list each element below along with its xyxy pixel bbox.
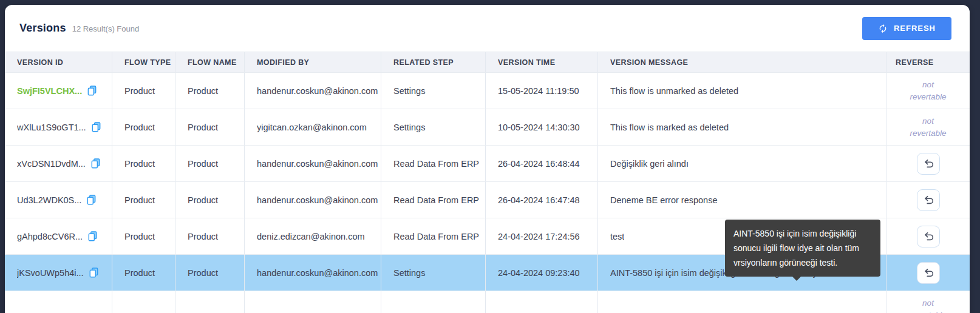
related-step-cell: Read Data From ERP: [381, 146, 486, 181]
version-time-cell: 10-05-2024 14:30:30: [486, 109, 598, 145]
flow-type-cell: [112, 291, 175, 313]
flow-type-cell: Product: [112, 109, 175, 145]
modified-by-cell: handenur.coskun@akinon.com: [245, 182, 381, 218]
flow-name-cell: Product: [175, 73, 245, 109]
version-id-cell: SwjFI5VLCHX...: [5, 73, 112, 109]
not-revertable-label: not revertable: [904, 115, 953, 139]
column-header-flow-type: FLOW TYPE: [112, 52, 175, 72]
copy-icon[interactable]: [88, 231, 97, 241]
version-message-cell: This flow is unmarked as deleted: [610, 86, 738, 96]
copy-icon[interactable]: [91, 158, 100, 169]
panel-header: Versions 12 Result(s) Found REFRESH: [5, 5, 970, 52]
version-id-link[interactable]: wXlLu1S9oGT1...: [17, 123, 86, 132]
reverse-cell: not revertable: [886, 73, 970, 109]
flow-name-cell: Product: [175, 182, 245, 218]
related-step-cell: Read Data From ERP: [381, 218, 486, 254]
flow-name-cell: Product: [175, 109, 245, 145]
modified-by-cell: handenur.coskun@akinon.com: [245, 146, 381, 181]
version-id-link[interactable]: gAhpd8cCV6R...: [17, 232, 83, 241]
version-id-cell: [5, 291, 112, 313]
version-message-cell: Deneme BE error response: [610, 195, 718, 205]
copy-icon[interactable]: [87, 86, 97, 96]
column-header-version-message: VERSION MESSAGE: [598, 52, 886, 72]
related-step-cell: Settings: [381, 109, 486, 145]
undo-arrow-icon: [922, 268, 934, 277]
reverse-cell: [886, 218, 970, 254]
version-time-cell: 26-04-2024 16:48:44: [486, 146, 598, 181]
column-header-version-time: VERSION TIME: [486, 52, 598, 72]
column-header-reverse: REVERSE: [886, 52, 970, 72]
flow-type-cell: Product: [112, 218, 175, 254]
title-group: Versions 12 Result(s) Found: [19, 22, 139, 35]
undo-arrow-icon: [922, 159, 934, 168]
refresh-button[interactable]: REFRESH: [862, 17, 951, 40]
version-time-cell: [486, 291, 598, 313]
column-header-modified-by: MODIFIED BY: [245, 52, 381, 72]
reverse-cell: [886, 255, 970, 291]
reverse-button[interactable]: [917, 153, 940, 175]
flow-type-cell: Product: [112, 73, 175, 109]
version-id-link[interactable]: xVcDSN1DvdM...: [17, 159, 86, 169]
flow-name-cell: Product: [175, 218, 245, 254]
tooltip-text: AINT-5850 işi için isim değişikliği sonu…: [733, 229, 859, 268]
modified-by-cell: deniz.edizcan@akinon.com: [245, 218, 381, 254]
version-time-cell: 24-04-2024 17:24:56: [486, 218, 598, 254]
version-id-link[interactable]: SwjFI5VLCHX...: [17, 86, 82, 96]
not-revertable-label: not revertable: [904, 297, 953, 313]
flow-name-cell: [175, 291, 245, 313]
reverse-cell: not revertable: [886, 291, 970, 313]
copy-icon[interactable]: [89, 268, 98, 278]
modified-by-cell: [245, 291, 381, 313]
reverse-button[interactable]: [917, 262, 940, 284]
reverse-cell: [886, 182, 970, 218]
flow-type-cell: Product: [112, 255, 175, 291]
table-header-row: VERSION ID FLOW TYPE FLOW NAME MODIFIED …: [5, 52, 970, 73]
flow-type-cell: Product: [112, 182, 175, 218]
modified-by-cell: handenur.coskun@akinon.com: [245, 255, 381, 291]
undo-arrow-icon: [922, 232, 934, 241]
version-id-cell: xVcDSN1DvdM...: [5, 146, 112, 181]
flow-name-cell: Product: [175, 255, 245, 291]
version-message-cell: Değişiklik geri alındı: [610, 159, 689, 169]
table-row[interactable]: wXlLu1S9oGT1... Product Product yigitcan…: [5, 109, 970, 146]
table-row[interactable]: not revertable: [5, 291, 970, 313]
table-row[interactable]: xVcDSN1DvdM... Product Product handenur.…: [5, 146, 970, 182]
not-revertable-label: not revertable: [904, 79, 953, 103]
version-id-cell: Ud3L2WDK0S...: [5, 182, 112, 218]
version-id-cell: gAhpd8cCV6R...: [5, 218, 112, 254]
table-row[interactable]: SwjFI5VLCHX... Product Product handenur.…: [5, 73, 970, 109]
page-title: Versions: [19, 22, 66, 35]
modified-by-cell: handenur.coskun@akinon.com: [245, 73, 381, 109]
modified-by-cell: yigitcan.ozkan@akinon.com: [245, 109, 381, 145]
tooltip-arrow-icon: [792, 276, 801, 281]
reverse-button[interactable]: [917, 226, 940, 247]
column-header-related-step: RELATED STEP: [381, 52, 486, 72]
column-header-version-id: VERSION ID: [5, 52, 112, 72]
version-id-link[interactable]: jKSvoUWp5h4i...: [17, 268, 84, 278]
version-message-cell: test: [610, 232, 624, 241]
related-step-cell: Read Data From ERP: [381, 182, 486, 218]
related-step-cell: [381, 291, 486, 313]
table-body: SwjFI5VLCHX... Product Product handenur.…: [5, 73, 970, 313]
table-row[interactable]: Ud3L2WDK0S... Product Product handenur.c…: [5, 182, 970, 218]
column-header-flow-name: FLOW NAME: [175, 52, 245, 72]
undo-arrow-icon: [922, 195, 934, 204]
refresh-button-label: REFRESH: [894, 24, 936, 33]
results-count: 12 Result(s) Found: [72, 24, 140, 33]
version-message-tooltip: AINT-5850 işi için isim değişikliği sonu…: [725, 220, 880, 277]
related-step-cell: Settings: [381, 255, 486, 291]
related-step-cell: Settings: [381, 73, 486, 109]
version-time-cell: 15-05-2024 11:19:50: [486, 73, 598, 109]
copy-icon[interactable]: [92, 122, 101, 132]
flow-type-cell: Product: [112, 146, 175, 181]
version-id-cell: jKSvoUWp5h4i...: [5, 255, 112, 291]
version-time-cell: 24-04-2024 09:23:40: [486, 255, 598, 291]
version-id-cell: wXlLu1S9oGT1...: [5, 109, 112, 145]
version-time-cell: 26-04-2024 16:47:48: [486, 182, 598, 218]
version-message-cell: This flow is marked as deleted: [610, 123, 729, 132]
reverse-cell: [886, 146, 970, 181]
refresh-icon: [878, 24, 888, 33]
copy-icon[interactable]: [87, 195, 96, 205]
version-id-link[interactable]: Ud3L2WDK0S...: [17, 195, 81, 205]
reverse-button[interactable]: [917, 189, 940, 211]
